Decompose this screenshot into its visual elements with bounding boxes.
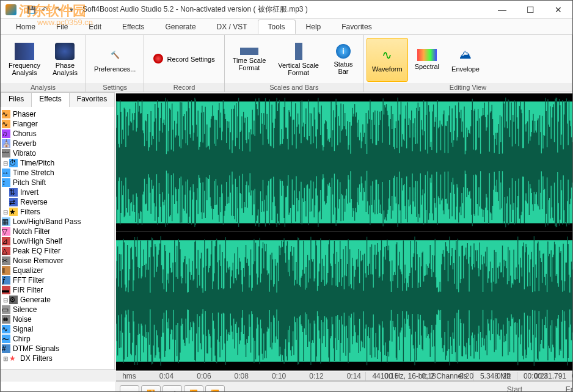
info-icon: i xyxy=(336,44,351,59)
tree-phaser[interactable]: ∿Phaser xyxy=(2,109,113,119)
selection-grid: StartEndLength Selection View xyxy=(451,385,573,392)
spectral-icon xyxy=(417,49,437,61)
minimize-button[interactable]: — xyxy=(488,1,516,19)
expand-icon[interactable]: ⊞ xyxy=(2,355,9,362)
editor: dB -4-10-∞-10-4 -4-10-∞-10-4 hms0:040:06… xyxy=(115,92,573,369)
tab-favorites[interactable]: Favorites xyxy=(331,20,382,34)
vertical-scale-format-button[interactable]: Vertical Scale Format xyxy=(272,38,324,82)
tree-invert[interactable]: ⇅Invert xyxy=(2,187,113,197)
tab-edit[interactable]: Edit xyxy=(78,20,112,34)
tab-file[interactable]: File xyxy=(46,20,78,34)
sidebar: Files Effects Favorites ∿Phaser ∿Flanger… xyxy=(1,92,115,369)
record-settings-button[interactable]: Record Settings xyxy=(147,51,221,68)
play-sel-button[interactable]: ▶| xyxy=(162,385,182,392)
collapse-icon[interactable]: ⊟ xyxy=(2,160,9,167)
maximize-button[interactable]: ☐ xyxy=(516,1,544,19)
group-settings-label: Settings xyxy=(86,83,144,92)
group-analysis-label: Analysis xyxy=(1,83,86,92)
tab-home[interactable]: Home xyxy=(5,20,46,34)
menu-tabs: Home File Edit Effects Generate DX / VST… xyxy=(1,19,572,35)
forward-button[interactable]: ⏩ xyxy=(205,385,225,392)
loop-button[interactable]: 🔁 xyxy=(141,385,161,392)
qat-redo-icon[interactable]: ↷ xyxy=(53,5,63,15)
window-title: Soft4Boost Audio Studio 5.2 - Non-activa… xyxy=(82,4,488,15)
tree-reverse[interactable]: ⇄Reverse xyxy=(2,197,113,207)
tab-effects[interactable]: Effects xyxy=(112,20,155,34)
group-record-label: Record xyxy=(144,83,224,92)
app-icon xyxy=(5,4,16,15)
tree-notch[interactable]: ▽Notch Filter xyxy=(2,227,113,236)
qat-save-icon[interactable]: 💾 xyxy=(26,5,36,15)
preferences-button[interactable]: 🔨 Preferences... xyxy=(89,38,141,82)
tab-help[interactable]: Help xyxy=(296,20,332,34)
tree-silence[interactable]: ▭Silence xyxy=(2,305,113,314)
tab-generate[interactable]: Generate xyxy=(155,20,206,34)
tree-timepitch[interactable]: ⊟⏱Time/Pitch xyxy=(2,158,113,168)
collapse-icon[interactable]: ⊟ xyxy=(2,209,9,216)
ribbon: Frequency Analysis Phase Analysis Analys… xyxy=(1,35,572,92)
effects-tree[interactable]: ∿Phaser ∿Flanger ♫Chorus ⛪Reverb 〰Vibrat… xyxy=(1,107,114,369)
tree-signal[interactable]: ∿Signal xyxy=(2,324,113,334)
waveform-channel-left[interactable] xyxy=(116,93,573,232)
status-bar-button[interactable]: i Status Bar xyxy=(326,38,361,82)
tree-equalizer[interactable]: ⫴Equalizer xyxy=(2,266,113,275)
tree-chirp[interactable]: 〜Chirp xyxy=(2,334,113,344)
tab-tools[interactable]: Tools xyxy=(258,20,296,34)
tree-lhb-pass[interactable]: ▦Low/High/Band Pass xyxy=(2,217,113,227)
tree-vibrato[interactable]: 〰Vibrato xyxy=(2,148,113,158)
record-icon xyxy=(153,54,163,64)
tree-fir-filter[interactable]: ▬FIR Filter xyxy=(2,285,113,295)
tree-fft-filter[interactable]: ƒFFT Filter xyxy=(2,275,113,285)
waveform-view-button[interactable]: ∿ Waveform xyxy=(367,38,408,82)
tree-generate[interactable]: ⊟⚙Generate xyxy=(2,295,113,305)
spectrum-icon xyxy=(15,43,34,60)
ruler-v-icon xyxy=(295,43,302,60)
tree-noise[interactable]: ⩩Noise xyxy=(2,314,113,324)
sidetab-files[interactable]: Files xyxy=(1,92,32,107)
tree-dtmf[interactable]: #DTMF Signals xyxy=(2,344,113,354)
tab-dxvst[interactable]: DX / VST xyxy=(206,20,258,34)
status-size: 5.348 Mb xyxy=(473,372,517,380)
status-duration: 00:00:31.791 xyxy=(517,372,572,380)
close-button[interactable]: ✕ xyxy=(544,1,572,19)
play-button[interactable]: ▶ xyxy=(120,385,139,392)
time-scale-format-button[interactable]: Time Scale Format xyxy=(227,38,272,82)
waveform-channel-right[interactable] xyxy=(116,232,573,371)
tree-flanger[interactable]: ∿Flanger xyxy=(2,119,113,129)
spectral-view-button[interactable]: Spectral xyxy=(409,38,445,82)
transport-panel: ▶ 🔁 ▶| ⏪ ⏩ ■ ⏸ ● ⏮ ⏭ 🔍+ 🔍- xyxy=(115,382,573,392)
tree-noise-remover[interactable]: ✂Noise Remover xyxy=(2,256,113,266)
ruler-h-icon xyxy=(240,48,258,55)
tree-reverb[interactable]: ⛪Reverb xyxy=(2,139,113,148)
tree-peak-eq[interactable]: △Peak EQ Filter xyxy=(2,246,113,256)
rewind-button[interactable]: ⏪ xyxy=(184,385,203,392)
qat-undo-icon[interactable]: ↶ xyxy=(40,5,49,15)
waveform-display[interactable]: dB -4-10-∞-10-4 -4-10-∞-10-4 xyxy=(116,93,573,371)
phase-analysis-button[interactable]: Phase Analysis xyxy=(47,38,83,82)
group-scales-label: Scales and Bars xyxy=(225,83,363,92)
titlebar: 💾 ↶ ↷ ▾ Soft4Boost Audio Studio 5.2 - No… xyxy=(1,1,572,19)
tree-lh-shelf[interactable]: ⊿Low/High Shelf xyxy=(2,236,113,246)
status-format: 44100 Hz, 16-bit, 2 Channels xyxy=(365,372,473,380)
qat-dropdown-icon[interactable]: ▾ xyxy=(67,5,76,15)
sidetab-effects[interactable]: Effects xyxy=(31,92,69,107)
frequency-analysis-button[interactable]: Frequency Analysis xyxy=(3,38,46,82)
tree-timestretch[interactable]: ↔Time Stretch xyxy=(2,168,113,178)
group-view-label: Editing View xyxy=(364,83,572,92)
waveform-icon: ∿ xyxy=(378,46,397,64)
tree-filters[interactable]: ⊟★Filters xyxy=(2,207,113,217)
tree-dx-filters[interactable]: ⊞★DX Filters xyxy=(2,354,113,363)
tree-pitchshift[interactable]: ↕Pitch Shift xyxy=(2,178,113,187)
phase-icon xyxy=(55,43,75,60)
sidetab-favorites[interactable]: Favorites xyxy=(69,92,115,107)
envelope-icon: ⛰ xyxy=(456,46,475,64)
collapse-icon[interactable]: ⊟ xyxy=(2,297,9,303)
envelope-view-button[interactable]: ⛰ Envelope xyxy=(446,38,485,82)
tree-chorus[interactable]: ♫Chorus xyxy=(2,129,113,139)
hammer-icon: 🔨 xyxy=(105,46,125,64)
